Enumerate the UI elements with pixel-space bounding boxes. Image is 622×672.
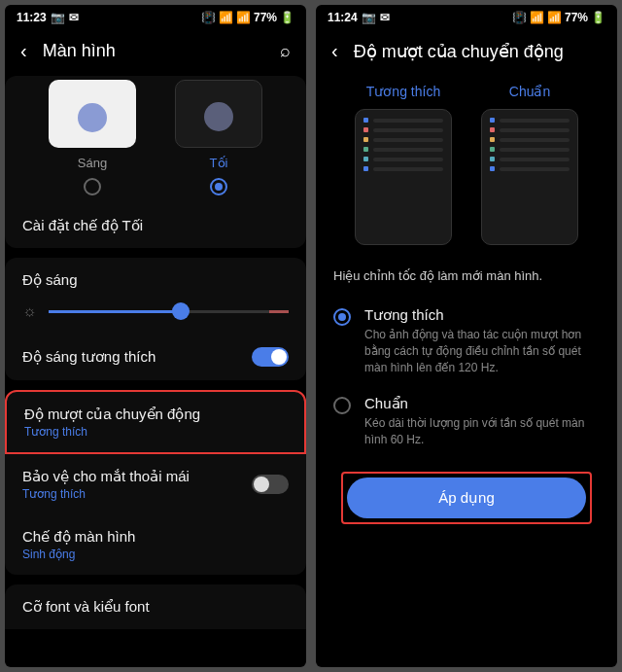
comparison-row: Tương thích Chuẩn bbox=[316, 76, 617, 261]
dark-mode-settings-label: Cài đặt chế độ Tối bbox=[22, 217, 143, 234]
page-title: Màn hình bbox=[43, 41, 264, 61]
eye-comfort-toggle[interactable] bbox=[252, 475, 289, 494]
eye-comfort-title: Bảo vệ cho mắt thoải mái bbox=[22, 468, 252, 485]
header: ‹ Độ mượt của chuyển động bbox=[316, 30, 617, 76]
search-icon[interactable]: ⌕ bbox=[280, 41, 291, 61]
mail-icon: ✉ bbox=[380, 11, 390, 24]
back-icon[interactable]: ‹ bbox=[20, 40, 27, 62]
theme-light-preview bbox=[49, 80, 136, 148]
motion-smoothness-title: Độ mượt của chuyển động bbox=[24, 406, 287, 423]
comparison-standard-label: Chuẩn bbox=[509, 84, 550, 99]
adaptive-brightness-label: Độ sáng tương thích bbox=[22, 348, 156, 366]
motion-smoothness-item[interactable]: Độ mượt của chuyển động Tương thích bbox=[5, 390, 306, 454]
screen-mode-item[interactable]: Chế độ màn hình Sinh động bbox=[5, 514, 306, 575]
wifi-icon: 📶 bbox=[219, 11, 233, 24]
signal-icon: 📶 bbox=[236, 11, 251, 24]
eye-comfort-item[interactable]: Bảo vệ cho mắt thoải mái Tương thích bbox=[5, 454, 306, 514]
page-title: Độ mượt của chuyển động bbox=[354, 41, 602, 62]
option-adaptive-desc: Cho ảnh động và thao tác cuộn mượt hơn b… bbox=[364, 327, 600, 375]
screen-mode-sub: Sinh động bbox=[22, 548, 289, 561]
status-time: 11:24 bbox=[328, 11, 358, 24]
option-adaptive-radio[interactable] bbox=[333, 308, 351, 326]
apply-button[interactable]: Áp dụng bbox=[347, 477, 586, 518]
theme-dark-preview bbox=[175, 80, 262, 148]
option-standard-desc: Kéo dài thời lượng pin với tần số quét m… bbox=[364, 415, 600, 448]
screen-mode-title: Chế độ màn hình bbox=[22, 528, 289, 546]
apply-highlight: Áp dụng bbox=[341, 472, 592, 524]
theme-light-radio[interactable] bbox=[84, 178, 101, 195]
comparison-standard-preview bbox=[481, 109, 578, 245]
status-bar: 11:24 📷 ✉ 📳 📶 📶 77% 🔋 bbox=[316, 5, 617, 30]
wifi-icon: 📶 bbox=[530, 11, 544, 24]
option-adaptive[interactable]: Tương thích Cho ảnh động và thao tác cuộ… bbox=[316, 297, 617, 385]
font-item[interactable]: Cỡ font và kiểu font bbox=[5, 584, 306, 629]
mail-icon: ✉ bbox=[69, 11, 79, 24]
brightness-section: Độ sáng ☼ bbox=[5, 258, 306, 334]
header: ‹ Màn hình ⌕ bbox=[5, 30, 306, 76]
comparison-adaptive: Tương thích bbox=[355, 84, 452, 245]
dark-mode-settings-item[interactable]: Cài đặt chế độ Tối bbox=[5, 203, 306, 248]
vibrate-icon: 📳 bbox=[512, 11, 527, 24]
theme-light-option[interactable]: Sáng bbox=[49, 80, 136, 195]
back-icon[interactable]: ‹ bbox=[331, 40, 338, 62]
theme-light-label: Sáng bbox=[78, 156, 107, 170]
eye-comfort-sub: Tương thích bbox=[22, 487, 252, 501]
motion-smoothness-sub: Tương thích bbox=[24, 425, 287, 439]
description-text: Hiệu chỉnh tốc độ làm mới màn hình. bbox=[316, 261, 617, 297]
adaptive-brightness-toggle[interactable] bbox=[252, 347, 289, 367]
battery-icon: 🔋 bbox=[591, 11, 605, 24]
phone-left: 11:23 📷 ✉ 📳 📶 📶 77% 🔋 ‹ Màn hình ⌕ Sáng … bbox=[5, 5, 306, 667]
phone-right: 11:24 📷 ✉ 📳 📶 📶 77% 🔋 ‹ Độ mượt của chuy… bbox=[316, 5, 617, 667]
battery-text: 77% bbox=[254, 11, 277, 24]
vibrate-icon: 📳 bbox=[201, 11, 216, 24]
option-adaptive-title: Tương thích bbox=[364, 306, 600, 324]
theme-dark-label: Tối bbox=[210, 156, 228, 170]
theme-dark-option[interactable]: Tối bbox=[175, 80, 262, 195]
brightness-label: Độ sáng bbox=[22, 271, 289, 289]
battery-text: 77% bbox=[565, 11, 588, 24]
brightness-slider[interactable] bbox=[49, 310, 289, 313]
font-label: Cỡ font và kiểu font bbox=[22, 598, 150, 616]
comparison-standard: Chuẩn bbox=[481, 84, 578, 245]
theme-selector: Sáng Tối bbox=[5, 76, 306, 203]
sun-icon: ☼ bbox=[22, 302, 37, 320]
signal-icon: 📶 bbox=[547, 11, 562, 24]
comparison-adaptive-label: Tương thích bbox=[366, 84, 440, 99]
theme-dark-radio[interactable] bbox=[210, 178, 227, 195]
option-standard-radio[interactable] bbox=[333, 397, 351, 414]
status-time: 11:23 bbox=[17, 11, 47, 24]
option-standard[interactable]: Chuẩn Kéo dài thời lượng pin với tần số … bbox=[316, 385, 617, 458]
adaptive-brightness-item[interactable]: Độ sáng tương thích bbox=[5, 334, 306, 380]
camera-icon: 📷 bbox=[51, 11, 65, 24]
comparison-adaptive-preview bbox=[355, 109, 452, 245]
option-standard-title: Chuẩn bbox=[364, 395, 600, 412]
camera-icon: 📷 bbox=[362, 11, 376, 24]
battery-icon: 🔋 bbox=[280, 11, 294, 24]
status-bar: 11:23 📷 ✉ 📳 📶 📶 77% 🔋 bbox=[5, 5, 306, 30]
